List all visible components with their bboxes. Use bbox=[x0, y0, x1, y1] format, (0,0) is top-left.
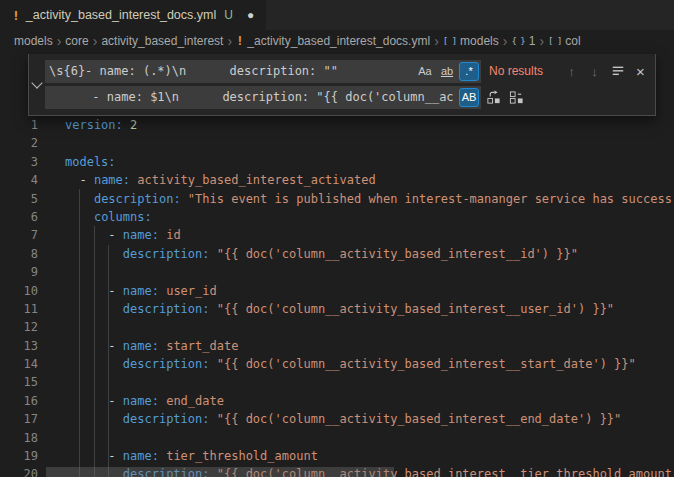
code-line[interactable]: 6 columns: bbox=[0, 208, 674, 226]
code-line[interactable]: 11 description: "{{ doc('column__activit… bbox=[0, 300, 674, 318]
code-line[interactable]: 3models: bbox=[0, 153, 674, 171]
breadcrumb-item[interactable]: [ ]models bbox=[443, 34, 499, 48]
replace-input[interactable] bbox=[45, 86, 481, 109]
git-untracked-badge: U bbox=[224, 8, 233, 22]
code-line[interactable]: 9 bbox=[0, 263, 674, 281]
line-number[interactable]: 9 bbox=[0, 263, 38, 281]
breadcrumb-label: col bbox=[565, 34, 580, 48]
line-number[interactable]: 11 bbox=[0, 300, 38, 318]
find-in-selection-button[interactable] bbox=[607, 61, 628, 82]
code-text bbox=[38, 263, 65, 281]
code-line[interactable]: 19 - name: tier_threshold_amount bbox=[0, 447, 674, 465]
find-replace-widget: Aa ab .* No results ↑ ↓ × AB bbox=[28, 54, 656, 116]
breadcrumb-item[interactable]: [ ]col bbox=[548, 34, 581, 48]
line-number[interactable]: 12 bbox=[0, 318, 38, 336]
next-match-button[interactable]: ↓ bbox=[584, 61, 605, 82]
breadcrumb-separator-icon: › bbox=[93, 34, 98, 48]
code-line[interactable]: 8 description: "{{ doc('column__activity… bbox=[0, 245, 674, 263]
toggle-replace-chevron-icon[interactable] bbox=[29, 54, 44, 115]
line-number[interactable]: 17 bbox=[0, 410, 38, 428]
results-count: No results bbox=[489, 64, 543, 78]
code-line[interactable]: 2 bbox=[0, 134, 674, 152]
line-number[interactable]: 20 bbox=[0, 465, 38, 477]
whole-word-button[interactable]: ab bbox=[437, 62, 457, 81]
replace-icon bbox=[486, 90, 501, 105]
breadcrumb-separator-icon: › bbox=[57, 34, 62, 48]
code-line[interactable]: 15 bbox=[0, 373, 674, 391]
replace-all-button[interactable] bbox=[506, 87, 527, 108]
previous-match-button[interactable]: ↑ bbox=[561, 61, 582, 82]
breadcrumb-separator-icon: › bbox=[539, 34, 544, 48]
code-line[interactable]: 13 - name: start_date bbox=[0, 337, 674, 355]
line-number[interactable]: 1 bbox=[0, 116, 38, 134]
line-number[interactable]: 8 bbox=[0, 245, 38, 263]
code-text: columns: bbox=[38, 208, 152, 226]
code-line[interactable]: 16 - name: end_date bbox=[0, 392, 674, 410]
breadcrumb-label: core bbox=[65, 34, 88, 48]
regex-button[interactable]: .* bbox=[459, 62, 479, 81]
code-text: description: "{{ doc('column__activity_b… bbox=[38, 245, 578, 263]
breadcrumb-separator-icon: › bbox=[227, 34, 232, 48]
array-symbol-icon: [ ] bbox=[548, 36, 561, 46]
code-text bbox=[38, 134, 65, 152]
line-number[interactable]: 18 bbox=[0, 429, 38, 447]
code-lines: 1version: 223models:4 - name: activity_b… bbox=[0, 116, 674, 477]
breadcrumb-label: activity_based_interest bbox=[101, 34, 223, 48]
unsaved-dot-icon[interactable]: ● bbox=[247, 8, 254, 22]
code-line[interactable]: 1version: 2 bbox=[0, 116, 674, 134]
line-number[interactable]: 3 bbox=[0, 153, 38, 171]
line-number[interactable]: 4 bbox=[0, 171, 38, 189]
tab-bar: ! _activity_based_interest_docs.yml U ● bbox=[0, 0, 674, 30]
line-number[interactable]: 15 bbox=[0, 373, 38, 391]
code-line[interactable]: 14 description: "{{ doc('column__activit… bbox=[0, 355, 674, 373]
code-text: description: "{{ doc('column__activity_b… bbox=[38, 355, 636, 373]
line-number[interactable]: 13 bbox=[0, 337, 38, 355]
code-text: version: 2 bbox=[38, 116, 137, 134]
breadcrumb-label: 1 bbox=[529, 34, 536, 48]
line-number[interactable]: 14 bbox=[0, 355, 38, 373]
code-text bbox=[38, 373, 65, 391]
code-line[interactable]: 10 - name: user_id bbox=[0, 282, 674, 300]
line-number[interactable]: 2 bbox=[0, 134, 38, 152]
code-line[interactable]: 5 description: "This event is published … bbox=[0, 190, 674, 208]
close-find-button[interactable]: × bbox=[630, 61, 651, 82]
line-number[interactable]: 7 bbox=[0, 226, 38, 244]
code-line[interactable]: 7 - name: id bbox=[0, 226, 674, 244]
breadcrumb-separator-icon: › bbox=[434, 34, 439, 48]
breadcrumb-item[interactable]: core bbox=[65, 34, 88, 48]
replace-button[interactable] bbox=[483, 87, 504, 108]
preserve-case-button[interactable]: AB bbox=[459, 88, 479, 107]
code-text: description: "{{ doc('column__activity_b… bbox=[38, 410, 621, 428]
yaml-warning-file-icon: ! bbox=[12, 8, 20, 23]
breadcrumb-separator-icon: › bbox=[503, 34, 508, 48]
editor-tab[interactable]: ! _activity_based_interest_docs.yml U ● bbox=[0, 0, 266, 30]
warning-symbol-icon: ! bbox=[236, 34, 243, 48]
code-line[interactable]: 12 bbox=[0, 318, 674, 336]
code-text: - name: tier_threshold_amount bbox=[38, 447, 318, 465]
code-text: description: "{{ doc('column__activity_b… bbox=[38, 300, 614, 318]
code-text: - name: user_id bbox=[38, 282, 217, 300]
line-number[interactable]: 19 bbox=[0, 447, 38, 465]
breadcrumb-item[interactable]: models bbox=[14, 34, 53, 48]
line-number[interactable]: 6 bbox=[0, 208, 38, 226]
code-line[interactable]: 4 - name: activity_based_interest_activa… bbox=[0, 171, 674, 189]
code-text: - name: activity_based_interest_activate… bbox=[38, 171, 376, 189]
code-line[interactable]: 17 description: "{{ doc('column__activit… bbox=[0, 410, 674, 428]
breadcrumb-item[interactable]: !_activity_based_interest_docs.yml bbox=[236, 34, 430, 48]
horizontal-scrollbar[interactable] bbox=[46, 467, 394, 477]
line-number[interactable]: 10 bbox=[0, 282, 38, 300]
code-text bbox=[38, 429, 65, 447]
line-number[interactable]: 16 bbox=[0, 392, 38, 410]
code-text: - name: end_date bbox=[38, 392, 224, 410]
replace-all-icon bbox=[509, 90, 524, 105]
find-row: Aa ab .* No results ↑ ↓ × bbox=[45, 59, 651, 83]
breadcrumb-item[interactable]: { }1 bbox=[511, 34, 535, 48]
selection-lines-icon bbox=[611, 64, 625, 78]
match-case-button[interactable]: Aa bbox=[415, 62, 435, 81]
breadcrumb-item[interactable]: activity_based_interest bbox=[101, 34, 223, 48]
code-line[interactable]: 18 bbox=[0, 429, 674, 447]
breadcrumb-label: _activity_based_interest_docs.yml bbox=[247, 34, 430, 48]
replace-row: AB bbox=[45, 85, 651, 109]
array-symbol-icon: [ ] bbox=[443, 36, 456, 46]
line-number[interactable]: 5 bbox=[0, 190, 38, 208]
